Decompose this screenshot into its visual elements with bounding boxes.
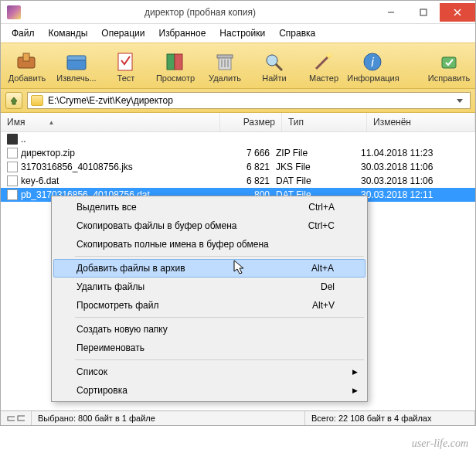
context-menu: Выделить всеCtrl+A Скопировать файлы в б…: [51, 196, 368, 402]
toolbar-view[interactable]: Просмотр: [151, 46, 200, 87]
toolbar-delete-label: Удалить: [209, 73, 241, 83]
menu-commands[interactable]: Команды: [42, 26, 94, 41]
file-icon: [7, 148, 18, 158]
toolbar-find-label: Найти: [262, 73, 286, 83]
toolbar-delete[interactable]: Удалить: [200, 46, 250, 87]
titlebar: директор (пробная копия): [1, 1, 475, 24]
toolbar-repair[interactable]: Исправить: [424, 46, 474, 87]
toolbar-add-label: Добавить: [8, 73, 46, 83]
up-button[interactable]: [5, 92, 22, 109]
ctx-add-to-archive[interactable]: Добавить файлы в архивAlt+A: [53, 259, 366, 278]
svg-rect-9: [167, 54, 175, 70]
svg-rect-21: [442, 57, 456, 68]
submenu-arrow-icon: ▶: [352, 387, 358, 394]
toolbar-extract[interactable]: Извлечь...: [52, 46, 101, 87]
minimize-button[interactable]: [375, 3, 407, 22]
menu-file[interactable]: Файл: [5, 26, 41, 41]
toolbar-find[interactable]: Найти: [250, 46, 299, 87]
file-icon: [7, 175, 18, 186]
status-total: Всего: 22 108 байт в 4 файлах: [305, 411, 475, 425]
toolbar-info[interactable]: iИнформация: [348, 46, 398, 87]
header-type[interactable]: Тип: [282, 113, 367, 131]
ctx-new-folder[interactable]: Создать новую папку: [53, 320, 366, 339]
svg-rect-10: [175, 54, 182, 70]
ctx-select-all[interactable]: Выделить всеCtrl+A: [53, 198, 366, 216]
svg-rect-5: [23, 53, 29, 61]
status-selected: Выбрано: 800 байт в 1 файле: [32, 411, 305, 425]
ctx-rename[interactable]: Переименовать: [53, 339, 366, 357]
svg-rect-7: [67, 56, 86, 60]
column-headers: Имя▲ Размер Тип Изменён: [1, 113, 475, 132]
statusbar: Выбрано: 800 байт в 1 файле Всего: 22 10…: [1, 410, 475, 425]
maximize-button[interactable]: [407, 3, 440, 22]
toolbar-add[interactable]: Добавить: [2, 46, 52, 87]
ctx-separator: [75, 359, 364, 360]
folder-icon: [31, 95, 43, 106]
ctx-copy-full-names[interactable]: Скопировать полные имена в буфер обмена: [53, 235, 366, 254]
toolbar-repair-label: Исправить: [428, 73, 470, 83]
svg-point-16: [267, 55, 277, 66]
svg-text:i: i: [371, 56, 374, 69]
ctx-copy-files[interactable]: Скопировать файлы в буфер обменаCtrl+C: [53, 216, 366, 235]
svg-rect-23: [18, 416, 25, 421]
svg-line-17: [276, 64, 282, 70]
menubar: Файл Команды Операции Избранное Настройк…: [1, 24, 475, 43]
app-icon: [7, 5, 21, 19]
list-item[interactable]: директор.zip 7 666 ZIP File 11.04.2018 1…: [1, 146, 475, 160]
header-date[interactable]: Изменён: [367, 113, 475, 131]
header-size[interactable]: Размер: [220, 113, 282, 131]
submenu-arrow-icon: ▶: [352, 368, 358, 376]
sort-indicator: ▲: [48, 119, 54, 126]
file-icon: [7, 189, 18, 200]
address-field[interactable]: E:\Cryme\E-zvit\Key\директор: [27, 92, 471, 109]
menu-favorites[interactable]: Избранное: [153, 26, 212, 41]
ctx-delete-files[interactable]: Удалить файлыDel: [53, 278, 366, 296]
menu-help[interactable]: Справка: [273, 26, 321, 41]
svg-rect-12: [217, 55, 233, 58]
toolbar-test[interactable]: Тест: [101, 46, 151, 87]
address-dropdown[interactable]: [453, 97, 467, 104]
toolbar-wizard[interactable]: Мастер: [299, 46, 348, 87]
header-name[interactable]: Имя▲: [1, 113, 220, 131]
toolbar-view-label: Просмотр: [156, 73, 195, 83]
svg-rect-22: [8, 417, 15, 421]
toolbar: Добавить Извлечь... Тест Просмотр Удалит…: [1, 43, 475, 89]
ctx-list[interactable]: Список▶: [53, 363, 366, 381]
addressbar: E:\Cryme\E-zvit\Key\директор: [1, 89, 475, 113]
ctx-view-file[interactable]: Просмотреть файлAlt+V: [53, 296, 366, 315]
ctx-separator: [75, 256, 364, 257]
window-controls: [375, 3, 475, 22]
toolbar-test-label: Тест: [117, 73, 135, 83]
ctx-sort[interactable]: Сортировка▶: [53, 381, 366, 400]
svg-rect-1: [420, 9, 427, 15]
list-item[interactable]: ..: [1, 132, 475, 146]
list-item[interactable]: key-6.dat 6 821 DAT File 30.03.2018 11:0…: [1, 174, 475, 188]
up-dir-icon: [7, 134, 18, 145]
toolbar-wizard-label: Мастер: [309, 73, 338, 83]
ctx-separator: [75, 317, 364, 318]
status-icons: [1, 411, 32, 425]
file-icon: [7, 162, 18, 172]
toolbar-extract-label: Извлечь...: [56, 73, 96, 83]
address-path: E:\Cryme\E-zvit\Key\директор: [48, 95, 173, 106]
menu-operations[interactable]: Операции: [95, 26, 151, 41]
menu-settings[interactable]: Настройки: [213, 26, 271, 41]
watermark: user-life.com: [412, 438, 468, 450]
list-item[interactable]: 3170316856_40108756.jks 6 821 JKS File 3…: [1, 160, 475, 174]
toolbar-info-label: Информация: [347, 73, 399, 83]
window-title: директор (пробная копия): [26, 7, 375, 18]
close-button[interactable]: [440, 3, 475, 22]
